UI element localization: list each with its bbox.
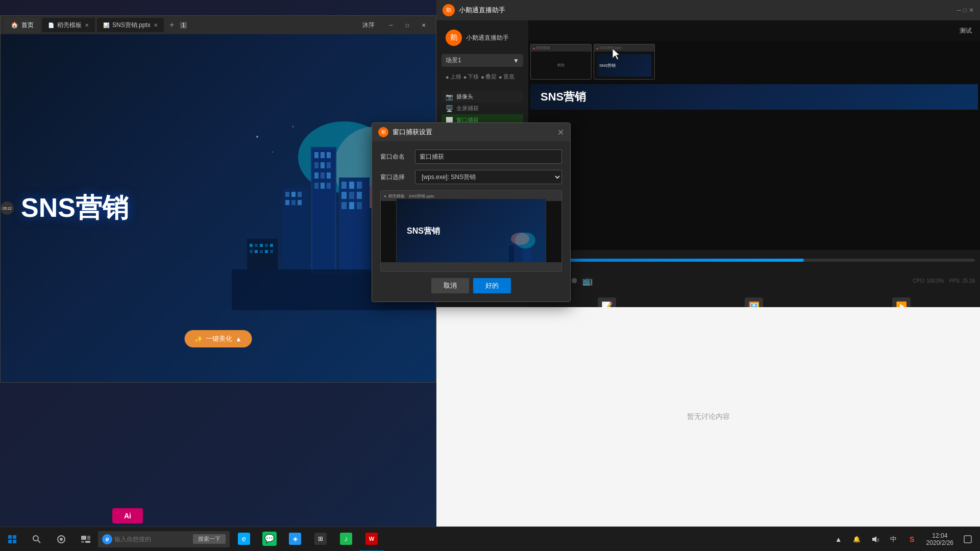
scene-controls: ● 上移 ● 下移 ● 叠层 ● 置底 — [442, 71, 523, 83]
ctrl-bottom[interactable]: ● 置底 — [499, 73, 514, 81]
win-minimize[interactable]: ─ — [383, 18, 399, 32]
preview-area: ● 稻壳模板 稻壳 ● SNS营销.pptx — [528, 41, 980, 250]
start-button[interactable] — [0, 527, 24, 552]
down-icon: ● — [463, 74, 467, 80]
notification-center[interactable] — [960, 527, 976, 552]
ctrl-up[interactable]: ● 上移 — [446, 73, 461, 81]
win-restore[interactable]: □ — [399, 18, 415, 32]
mic-level-fill — [548, 259, 804, 262]
sources-list: 📷 摄像头 🖥️ 全屏捕获 ⬜ 窗口捕获 — [442, 91, 523, 126]
svg-rect-35 — [357, 192, 362, 199]
cancel-button[interactable]: 取消 — [431, 278, 469, 293]
svg-rect-42 — [298, 192, 302, 197]
window-name-input[interactable] — [415, 149, 562, 164]
svg-rect-77 — [81, 536, 86, 540]
xiaoetong-title: 小鹅通直播助手 — [459, 6, 505, 15]
tool-screen[interactable]: 📺 — [582, 276, 593, 286]
svg-rect-30 — [341, 182, 347, 189]
mini-preview-1[interactable]: ● 稻壳模板 稻壳 — [530, 44, 592, 80]
taskbar-app-switch[interactable]: ⊞ — [308, 527, 333, 552]
rp-tools: ◀ ▶ ▶▶ ⏺ 📺 CPU: 100.0% FPS: 25.16 — [528, 270, 980, 291]
sidebar-app-name: 小鹅通直播助手 — [466, 34, 509, 42]
taskbar-pinned-apps: e 💬 ◈ ⊞ ♪ W — [232, 527, 384, 552]
tray-ime-s[interactable]: S — [904, 527, 920, 552]
win-close[interactable]: ✕ — [415, 18, 432, 32]
mini-preview-row: ● 稻壳模板 稻壳 ● SNS营销.pptx — [528, 41, 980, 82]
tool-record[interactable]: ⏺ — [570, 276, 578, 286]
rp-maximize[interactable]: □ — [963, 7, 967, 14]
tab-daoke-close[interactable]: ✕ — [85, 22, 89, 28]
beautify-label: 一键美化 — [206, 334, 232, 343]
rp-main-header: 测试 — [528, 20, 980, 41]
taskbar-app-wps[interactable]: W — [359, 527, 384, 552]
svg-rect-60 — [260, 250, 263, 253]
taskbar-app-edge[interactable]: e — [232, 527, 256, 552]
ime-lang[interactable]: 中 — [886, 527, 902, 552]
cortana-button[interactable] — [49, 527, 74, 552]
rp-close[interactable]: ✕ — [969, 7, 974, 14]
beautify-button[interactable]: ✨ 一键美化 ▲ — [184, 330, 252, 347]
svg-rect-41 — [291, 192, 296, 197]
ctrl-down[interactable]: ● 下移 — [463, 73, 479, 81]
svg-rect-37 — [349, 202, 354, 209]
svg-rect-62 — [270, 250, 273, 253]
tab-sns-close[interactable]: ✕ — [154, 22, 158, 28]
taskbar-app-blue[interactable]: ◈ — [283, 527, 307, 552]
xiaoetong-titlebar: 鹅 小鹅通直播助手 ─ □ ✕ — [436, 0, 980, 20]
svg-rect-61 — [265, 250, 268, 253]
tab-sns-label: SNS营销.pptx — [112, 21, 151, 30]
dialog-preview-slide-text: SNS营销 — [407, 226, 440, 237]
browser-user: 沐萍 — [362, 21, 375, 30]
taskbar-search-area: e 搜索一下 — [98, 531, 230, 547]
svg-text:)))): )))) — [877, 538, 879, 542]
dialog-app-icon: 鹅 — [378, 127, 388, 137]
taskbar-search-button[interactable]: 搜索一下 — [193, 534, 226, 544]
window-select-dropdown[interactable]: [wps.exe]: SNS营销 — [415, 170, 562, 184]
desktop: 🎓 公益直播课 申报流程 📁 — [0, 0, 980, 551]
dialog-close-button[interactable]: ✕ — [557, 128, 564, 137]
dialog-city-mini — [500, 233, 541, 263]
tray-clock[interactable]: 12:04 2020/2/26 — [922, 527, 958, 552]
svg-rect-32 — [357, 182, 362, 189]
browser-window: 🏠 首页 📄 稻壳模板 ✕ 📊 SNS营销.pptx ✕ + 1 沐萍 ─ □ — [0, 15, 436, 383]
test-label: 测试 — [955, 22, 976, 39]
tab-home[interactable]: 🏠 首页 — [5, 18, 40, 32]
source-camera[interactable]: 📷 摄像头 — [442, 91, 523, 103]
tab-home-label: 首页 — [21, 21, 34, 30]
ctrl-cover[interactable]: ● 叠层 — [481, 73, 497, 81]
svg-line-74 — [38, 540, 40, 543]
window-select-label: 窗口选择 — [380, 173, 411, 182]
dialog-body: 窗口命名 窗口选择 [wps.exe]: SNS营销 ● — [372, 141, 570, 302]
tab-sns[interactable]: 📊 SNS营销.pptx ✕ — [97, 18, 164, 32]
scene-selector[interactable]: 场景1 ▼ — [442, 54, 523, 67]
ok-button[interactable]: 好的 — [473, 278, 511, 293]
taskbar-search-icon-button[interactable] — [24, 527, 49, 552]
tab-count-badge: 1 — [180, 22, 187, 29]
taskbar-app-wechat[interactable]: 💬 — [257, 527, 282, 552]
cover-icon: ● — [481, 74, 484, 80]
taskbar-app-music[interactable]: ♪ — [334, 527, 358, 552]
mini-preview-2[interactable]: ● SNS营销.pptx SNS营销 — [594, 44, 655, 80]
xiaoetong-app-icon: 鹅 — [443, 4, 455, 16]
tray-icon-1[interactable]: 🔔 — [849, 527, 865, 552]
svg-rect-21 — [321, 162, 325, 168]
svg-rect-55 — [260, 244, 263, 247]
tray-expand[interactable]: ▲ — [830, 527, 847, 552]
tray-sound[interactable]: )))) — [867, 527, 884, 552]
browser-win-controls: ─ □ ✕ — [383, 18, 432, 32]
slide-time-indicator: 05:12 — [1, 202, 14, 215]
svg-rect-52 — [247, 239, 278, 269]
ai-label: Ai — [124, 512, 131, 520]
add-tab-button[interactable]: + — [166, 19, 178, 31]
windows-logo — [8, 535, 16, 543]
ie-icon: e — [102, 534, 112, 544]
svg-rect-38 — [357, 202, 362, 209]
window-name-field: 窗口命名 — [380, 149, 562, 164]
rp-minimize[interactable]: ─ — [957, 7, 961, 14]
tab-daoke[interactable]: 📄 稻壳模板 ✕ — [42, 18, 95, 32]
task-view-button[interactable] — [74, 527, 98, 552]
tab-daoke-icon: 📄 — [48, 22, 54, 28]
source-fullscreen[interactable]: 🖥️ 全屏捕获 — [442, 103, 523, 114]
ai-badge[interactable]: Ai — [112, 508, 143, 523]
taskbar-search-input[interactable] — [114, 536, 191, 543]
